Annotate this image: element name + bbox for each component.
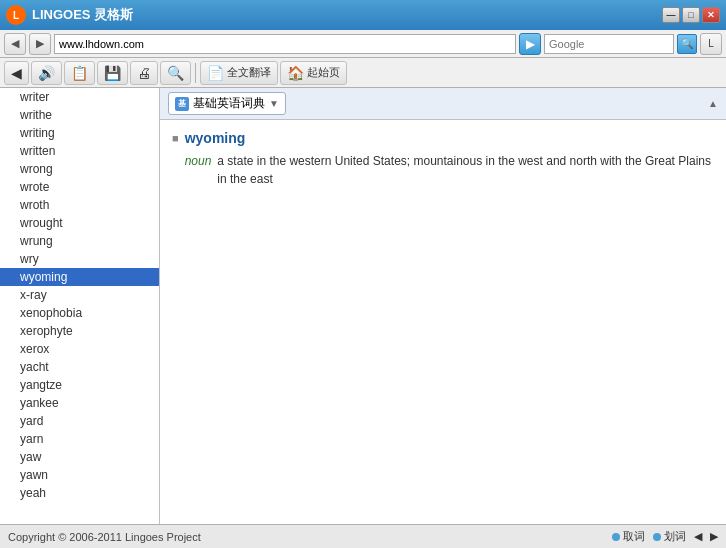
word-item[interactable]: x-ray <box>0 286 159 304</box>
word-item[interactable]: wyoming <box>0 268 159 286</box>
status-prev-button[interactable]: ◀ <box>694 530 702 543</box>
word-item[interactable]: yaw <box>0 448 159 466</box>
forward-button[interactable]: ▶ <box>29 33 51 55</box>
toolbar-search-button[interactable]: 🔍 <box>160 61 191 85</box>
word-item[interactable]: writhe <box>0 106 159 124</box>
toolbar: ◀ 🔊 📋 💾 🖨 🔍 📄 全文翻译 🏠 起始页 <box>0 58 726 88</box>
maximize-button[interactable]: □ <box>682 7 700 23</box>
save-icon: 💾 <box>104 65 121 81</box>
toolbar-copy-button[interactable]: 📋 <box>64 61 95 85</box>
sound-icon: 🔊 <box>38 65 55 81</box>
app-title: LINGOES 灵格斯 <box>32 6 662 24</box>
word-item[interactable]: xerophyte <box>0 322 159 340</box>
word-item[interactable]: yeah <box>0 484 159 502</box>
entry-bullet: ■ <box>172 132 179 188</box>
toolbar-back-button[interactable]: ◀ <box>4 61 29 85</box>
search-icon-button[interactable]: 🔍 <box>677 34 697 54</box>
titlebar: L LINGOES 灵格斯 — □ ✕ <box>0 0 726 30</box>
definition-area: ■ wyoming noun a state in the western Un… <box>160 120 726 524</box>
main-area: writerwrithewritingwrittenwrongwrotewrot… <box>0 88 726 524</box>
take-word-dot <box>612 533 620 541</box>
toolbar-separator <box>195 63 196 83</box>
back-icon: ◀ <box>11 65 22 81</box>
toolbar-save-button[interactable]: 💾 <box>97 61 128 85</box>
search-input[interactable] <box>549 38 669 50</box>
address-bar-wrap <box>54 34 516 54</box>
word-item[interactable]: writing <box>0 124 159 142</box>
word-item[interactable]: xerox <box>0 340 159 358</box>
word-item[interactable]: wrong <box>0 160 159 178</box>
copy-icon: 📋 <box>71 65 88 81</box>
word-item[interactable]: wroth <box>0 196 159 214</box>
go-button[interactable]: ▶ <box>519 33 541 55</box>
search-wrap <box>544 34 674 54</box>
back-button[interactable]: ◀ <box>4 33 26 55</box>
take-word-button[interactable]: 取词 <box>612 529 645 544</box>
window-controls: — □ ✕ <box>662 7 720 23</box>
dict-dropdown-icon: ▼ <box>269 98 279 109</box>
dict-icon: 基 <box>175 97 189 111</box>
dict-collapse-icon[interactable]: ▲ <box>708 98 718 109</box>
word-item[interactable]: writer <box>0 88 159 106</box>
word-item[interactable]: xenophobia <box>0 304 159 322</box>
toolbar-print-button[interactable]: 🖨 <box>130 61 158 85</box>
word-item[interactable]: wrote <box>0 178 159 196</box>
addressbar: ◀ ▶ ▶ 🔍 L <box>0 30 726 58</box>
statusbar: Copyright © 2006-2011 Lingoes Project 取词… <box>0 524 726 548</box>
word-item[interactable]: yangtze <box>0 376 159 394</box>
select-word-label: 划词 <box>664 529 686 544</box>
home-icon: 🏠 <box>287 65 304 81</box>
word-title: wyoming <box>185 130 714 146</box>
minimize-button[interactable]: — <box>662 7 680 23</box>
translate-full-button[interactable]: 📄 全文翻译 <box>200 61 278 85</box>
word-item[interactable]: yankee <box>0 394 159 412</box>
word-item[interactable]: wrought <box>0 214 159 232</box>
address-input[interactable] <box>59 38 511 50</box>
take-word-label: 取词 <box>623 529 645 544</box>
home-label: 起始页 <box>307 65 340 80</box>
word-item[interactable]: yard <box>0 412 159 430</box>
print-icon: 🖨 <box>137 65 151 81</box>
content-area: 基 基础英语词典 ▼ ▲ ■ wyoming noun a state in t… <box>160 88 726 524</box>
copyright-text: Copyright © 2006-2011 Lingoes Project <box>8 531 600 543</box>
dict-name: 基础英语词典 <box>193 95 265 112</box>
word-entry: ■ wyoming noun a state in the western Un… <box>172 130 714 188</box>
translate-full-label: 全文翻译 <box>227 65 271 80</box>
search-icon: 🔍 <box>167 65 184 81</box>
wordlist[interactable]: writerwrithewritingwrittenwrongwrotewrot… <box>0 88 160 524</box>
close-button[interactable]: ✕ <box>702 7 720 23</box>
word-item[interactable]: written <box>0 142 159 160</box>
toolbar-sound-button[interactable]: 🔊 <box>31 61 62 85</box>
home-button[interactable]: 🏠 起始页 <box>280 61 347 85</box>
word-item[interactable]: yarn <box>0 430 159 448</box>
status-actions: 取词 划词 ◀ ▶ <box>612 529 718 544</box>
status-next-button[interactable]: ▶ <box>710 530 718 543</box>
word-item[interactable]: yacht <box>0 358 159 376</box>
word-pos: noun <box>185 154 212 168</box>
dict-selector[interactable]: 基 基础英语词典 ▼ <box>168 92 286 115</box>
word-item[interactable]: wry <box>0 250 159 268</box>
word-item[interactable]: wrung <box>0 232 159 250</box>
dict-bar: 基 基础英语词典 ▼ ▲ <box>160 88 726 120</box>
lingoes-extra-button[interactable]: L <box>700 33 722 55</box>
app-logo: L <box>6 5 26 25</box>
translate-icon: 📄 <box>207 65 224 81</box>
definition-text: a state in the western United States; mo… <box>217 152 714 188</box>
select-word-button[interactable]: 划词 <box>653 529 686 544</box>
select-word-dot <box>653 533 661 541</box>
word-item[interactable]: yawn <box>0 466 159 484</box>
